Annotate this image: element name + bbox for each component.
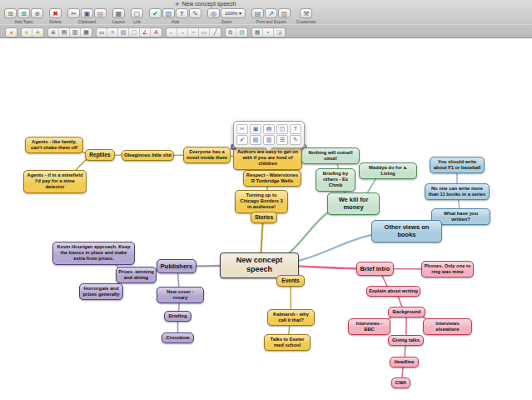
toolbar-group-label: Print and Export	[256, 19, 286, 24]
mindmap-node-k5[interactable]: Interviews - BBC	[348, 318, 390, 335]
toolbar-group: ▢Link	[131, 8, 143, 24]
add-sibling-topic-icon[interactable]: ⊞	[17, 8, 30, 18]
mindmap-node-k6[interactable]: Interviews elsewhere	[423, 318, 472, 335]
popover-note-icon[interactable]: ✎	[290, 135, 301, 145]
remove-line-icon[interactable]: −	[188, 28, 199, 37]
popover-paste-icon[interactable]: ▤	[263, 124, 275, 134]
table-icon[interactable]: ▦	[252, 28, 263, 37]
mindmap-node-a3[interactable]: Agents - if in a minefield I'd pay for a…	[23, 170, 87, 193]
paste-icon[interactable]: ▤	[94, 8, 107, 18]
mindmap-node-a1[interactable]: Agents - like family, can't shake them o…	[25, 137, 83, 153]
popover-image-icon[interactable]: ▧	[250, 135, 261, 145]
mindmap-node-p3[interactable]: Publishers	[157, 259, 196, 273]
toolbar-group: ✖Delete	[49, 8, 62, 24]
mindmap-node-a5[interactable]: Everyone has a novel inside them	[183, 147, 231, 163]
mindmap-node-k7[interactable]: Giving talks	[388, 335, 424, 346]
mindmap-node-p1[interactable]: Kevin Hourigan approach. Keep the basics…	[52, 242, 135, 265]
cut-icon[interactable]: ✂	[67, 8, 80, 18]
bold-style-icon[interactable]: ▤	[59, 28, 70, 37]
badge-icon[interactable]: ▪	[263, 28, 274, 37]
zoom-level-select[interactable]: 100% ▾	[221, 8, 246, 18]
line-shape-icon[interactable]: ▭	[199, 28, 210, 37]
link-icon[interactable]: ▢	[131, 8, 143, 18]
export-icon[interactable]: ↗	[265, 8, 277, 18]
mindmap-node-k4[interactable]: Background	[388, 307, 425, 318]
mindmap-node-p2[interactable]: Prizes -winning and dining	[116, 267, 157, 283]
customize-icon[interactable]: ⚒	[300, 8, 312, 18]
mindmap-node-k9[interactable]: CWA	[391, 378, 410, 388]
mindmap-node-a9[interactable]: Stories	[251, 212, 277, 223]
popover-cut-icon[interactable]: ✂	[236, 124, 248, 134]
add-favorite-star-icon[interactable]: ★	[32, 28, 43, 37]
mindmap-node-k3[interactable]: Explain about writing	[366, 286, 420, 297]
mindmap-node-central[interactable]: New concept speech	[220, 252, 299, 278]
mindmap-node-p6[interactable]: Briefing	[164, 311, 191, 322]
toolbar-group-label: Clipboard	[78, 19, 96, 24]
arrow-left-icon[interactable]: ←	[167, 28, 177, 37]
popover-copy-icon[interactable]: ▣	[250, 124, 261, 134]
font-icon[interactable]: T	[176, 8, 188, 18]
format-toolbar: ●★★≣▤▥▦▭≡▧▢∠A←→−▭╱✿▨▦▪◪	[0, 24, 532, 38]
image-icon[interactable]: ▧	[162, 8, 175, 18]
shape-icon[interactable]: ▭	[97, 28, 107, 37]
popover-font-icon[interactable]: T	[290, 124, 301, 134]
delete-icon[interactable]: ✖	[49, 8, 62, 18]
italic-style-icon[interactable]: ▥	[70, 28, 81, 37]
layout-icon[interactable]: ▦	[112, 8, 125, 18]
favorite-star-icon[interactable]: ★	[22, 28, 32, 37]
mindmap-node-b1[interactable]: You should write about F1 or baseball	[430, 157, 485, 173]
swatch-icon[interactable]: ▨	[236, 28, 247, 37]
mindmap-node-b4[interactable]: Other views on books	[371, 220, 442, 242]
mindmap-node-ev[interactable]: Events	[276, 275, 305, 287]
app-window: New concept speechAgents - like family, …	[0, 0, 532, 400]
font-color-icon[interactable]: A	[151, 28, 162, 37]
main-toolbar: ⊞⊞⊕Add Topic✖Delete✂▣▤Clipboard▦Layout▢L…	[0, 8, 532, 24]
add-floating-topic-icon[interactable]: ⊕	[31, 8, 43, 18]
mindmap-node-p7[interactable]: Crossbow	[162, 332, 194, 343]
mindmap-node-b2[interactable]: No one can write more than 11 books in a…	[425, 183, 490, 200]
zoom-magnifier-icon[interactable]: ◎	[207, 8, 220, 18]
mindmap-node-a8[interactable]: Turning up to Chicago Borders 3 in audie…	[235, 190, 288, 213]
note-icon[interactable]: ✎	[189, 8, 201, 18]
print-icon[interactable]: ▤	[251, 8, 264, 18]
format-toolbar-segment: ✿▨	[225, 28, 248, 38]
popover-list-icon[interactable]: ☰	[276, 135, 288, 145]
arrow-right-icon[interactable]: →	[177, 28, 188, 37]
add-child-topic-icon[interactable]: ⊞	[4, 8, 17, 18]
line-style-icon[interactable]: ≡	[107, 28, 118, 37]
mindmap-node-p5[interactable]: New cover - rosary	[157, 287, 204, 303]
toolbar-group: ▦Layout	[112, 8, 125, 24]
mindmap-node-k8[interactable]: Headline	[390, 357, 419, 368]
mindmap-node-k1[interactable]: Brief intro	[356, 262, 394, 276]
mindmap-node-a2[interactable]: Reptiles	[85, 149, 115, 161]
popover-page-icon[interactable]: ▥	[263, 135, 275, 145]
mindmap-node-ka[interactable]: Kalmarsh - why call it that?	[267, 309, 315, 326]
color-ball-icon[interactable]: ●	[6, 28, 17, 37]
toolbar-group-label: Add Topic	[15, 19, 33, 24]
mindmap-node-g1[interactable]: Nothing will outsell smut!	[301, 148, 360, 164]
diagonal-line-icon[interactable]: ╱	[210, 28, 221, 37]
outline-icon[interactable]: ≣	[48, 28, 59, 37]
mindmap-node-a7[interactable]: Respect - Waterstones R Tunbridge Wells	[243, 170, 301, 187]
task-check-icon[interactable]: ✔	[149, 8, 162, 18]
format-toolbar-segment: ★★	[21, 28, 44, 38]
window-title: New concept speech	[181, 1, 236, 7]
mindmap-node-g4[interactable]: We kill for money	[327, 192, 380, 215]
eraser-icon[interactable]: ◪	[274, 28, 285, 37]
mindmap-node-a4[interactable]: Oleaginous little shit	[122, 150, 174, 161]
mindmap-node-te[interactable]: Talks to Exeter med school	[264, 334, 311, 351]
fill-image-icon[interactable]: ▧	[118, 28, 129, 37]
color-wheel-icon[interactable]: ✿	[226, 28, 236, 37]
mindmap-node-k2[interactable]: Phones. Only one to ring was mine	[421, 261, 474, 278]
mindmap-node-g3[interactable]: Waddya do for a. Living	[359, 162, 417, 179]
mindmap-node-p4[interactable]: Horrorgate and prizes generally	[79, 283, 123, 300]
package-icon[interactable]: ▥	[278, 8, 291, 18]
notes-style-icon[interactable]: ▦	[81, 28, 92, 37]
popover-frame-icon[interactable]: ◫	[276, 124, 288, 134]
popover-check-icon[interactable]: ✔	[236, 135, 248, 145]
format-toolbar-segment: ▭≡▧▢∠A	[96, 28, 162, 38]
mindmap-node-g2[interactable]: Briefing by others - Ex Chmb	[316, 168, 355, 192]
angle-icon[interactable]: ∠	[140, 28, 151, 37]
copy-icon[interactable]: ▣	[81, 8, 93, 18]
border-icon[interactable]: ▢	[129, 28, 140, 37]
